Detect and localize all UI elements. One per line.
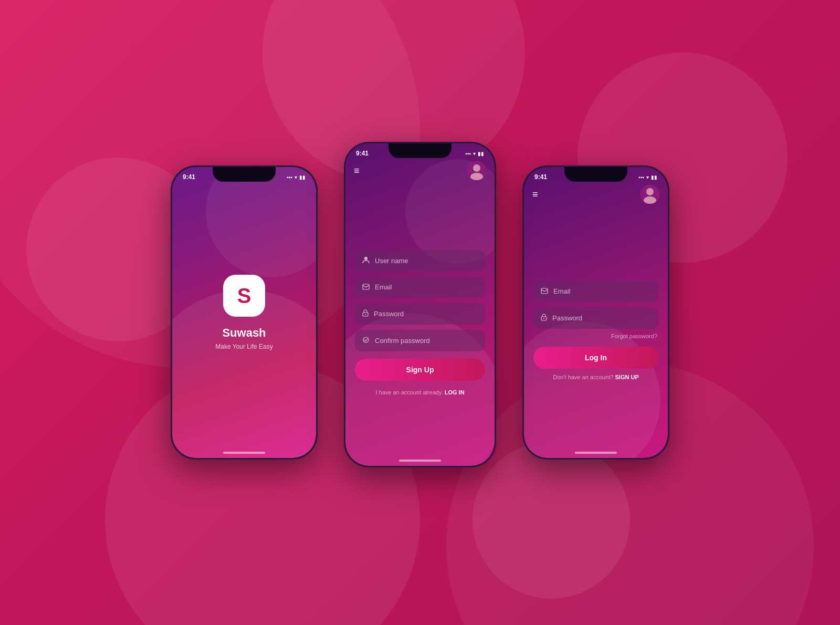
status-icons-splash: ▪▪▪ ▾ ▮▮ (287, 174, 306, 180)
password-field-login[interactable]: Password (533, 307, 658, 329)
signup-button[interactable]: Sign Up (355, 359, 485, 381)
email-label-signup: Email (375, 283, 392, 291)
lock-icon-signup (362, 309, 369, 318)
app-logo: S (223, 275, 265, 317)
svg-point-3 (364, 257, 368, 260)
menu-icon-login[interactable]: ≡ (532, 190, 538, 199)
confirm-password-label: Confirm password (375, 337, 430, 345)
signup-footer-text: I have an account already. (375, 389, 443, 395)
home-indicator-signup (399, 460, 441, 462)
avatar-signup (467, 161, 486, 180)
notch-login (564, 167, 627, 182)
password-field-signup[interactable]: Password (355, 303, 485, 325)
email-field-signup[interactable]: Email (355, 277, 485, 298)
email-field-login[interactable]: Email (533, 281, 658, 302)
status-icons-signup: ▪▪▪ ▾ ▮▮ (465, 151, 484, 157)
login-form-bg: 9:41 ▪▪▪ ▾ ▮▮ ≡ (524, 167, 668, 458)
app-name: Suwash (222, 326, 266, 340)
status-time-splash: 9:41 (183, 173, 195, 181)
login-footer-text: Don't have an account? (553, 374, 613, 380)
splash-background: 9:41 ▪▪▪ ▾ ▮▮ S Suwash Make Your Life Ea… (172, 167, 316, 458)
user-icon (362, 256, 370, 265)
login-footer: Don't have an account? SIGN UP (533, 374, 658, 386)
nav-bar-login: ≡ (524, 181, 668, 208)
forgot-password[interactable]: Forgot password? (533, 333, 658, 339)
email-icon-signup (362, 283, 370, 291)
signup-footer: I have an account already. LOG IN (355, 389, 485, 401)
signup-form-bg: 9:41 ▪▪▪ ▾ ▮▮ ≡ (345, 143, 495, 466)
home-indicator-login (575, 452, 617, 454)
username-field[interactable]: User name (355, 250, 485, 272)
splash-screen: 9:41 ▪▪▪ ▾ ▮▮ S Suwash Make Your Life Ea… (172, 167, 316, 458)
phones-container: 9:41 ▪▪▪ ▾ ▮▮ S Suwash Make Your Life Ea… (171, 158, 669, 467)
svg-rect-4 (363, 284, 369, 289)
phone-login: 9:41 ▪▪▪ ▾ ▮▮ ≡ (522, 165, 669, 460)
login-link[interactable]: LOG IN (445, 389, 465, 395)
signup-screen: 9:41 ▪▪▪ ▾ ▮▮ ≡ (345, 143, 495, 466)
notch-splash (213, 167, 276, 182)
phone-signup: 9:41 ▪▪▪ ▾ ▮▮ ≡ (344, 142, 496, 467)
app-tagline: Make Your Life Easy (215, 343, 272, 350)
svg-point-9 (646, 188, 654, 195)
svg-point-6 (365, 314, 366, 315)
password-label-signup: Password (374, 310, 404, 318)
avatar-login (640, 185, 659, 204)
login-button[interactable]: Log In (533, 347, 658, 369)
confirm-password-field[interactable]: Confirm password (355, 330, 485, 351)
svg-point-13 (543, 318, 544, 319)
status-icons-login: ▪▪▪ ▾ ▮▮ (638, 174, 657, 180)
email-icon-login (541, 287, 548, 296)
nav-bar-signup: ≡ (345, 157, 495, 184)
lock-icon-login (541, 314, 547, 322)
signup-form-content: User name Email (345, 184, 495, 466)
svg-point-1 (473, 164, 480, 172)
phone-splash: 9:41 ▪▪▪ ▾ ▮▮ S Suwash Make Your Life Ea… (171, 165, 318, 460)
home-indicator-splash (223, 452, 265, 454)
confirm-lock-icon (362, 336, 370, 345)
signup-link[interactable]: SIGN UP (615, 374, 639, 380)
login-screen: 9:41 ▪▪▪ ▾ ▮▮ ≡ (524, 167, 668, 458)
login-form-content: Email Password (524, 208, 668, 458)
menu-icon-signup[interactable]: ≡ (354, 166, 360, 175)
notch-signup (388, 143, 452, 158)
username-label: User name (375, 257, 408, 265)
status-time-login: 9:41 (534, 173, 547, 181)
svg-point-7 (363, 337, 369, 342)
password-label-login: Password (552, 314, 582, 322)
svg-rect-11 (541, 288, 548, 294)
email-label-login: Email (553, 287, 571, 295)
status-time-signup: 9:41 (356, 150, 369, 157)
